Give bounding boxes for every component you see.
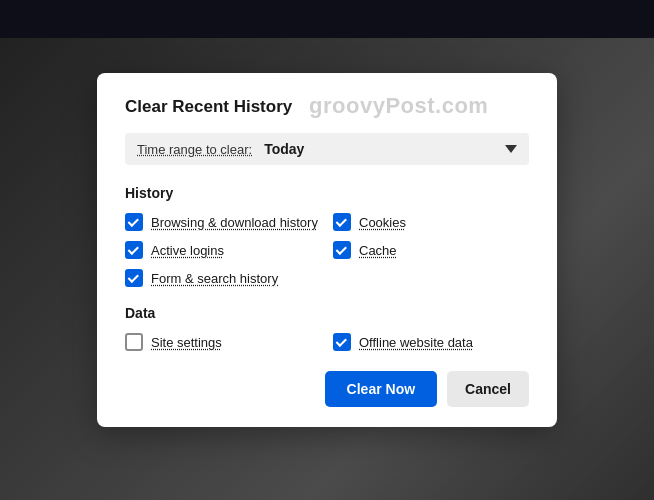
check-icon [128, 244, 139, 255]
checkbox-browsing-box[interactable] [125, 213, 143, 231]
chevron-down-icon [505, 145, 517, 153]
dialog-buttons: Clear Now Cancel [125, 371, 529, 407]
checkbox-cookies-box[interactable] [333, 213, 351, 231]
dialog-title: Clear Recent History [125, 97, 529, 117]
checkbox-site-settings-label: Site settings [151, 335, 222, 350]
clear-history-dialog: groovyPost.com Clear Recent History Time… [97, 73, 557, 427]
checkbox-site-settings-box[interactable] [125, 333, 143, 351]
checkbox-form-search[interactable]: Form & search history [125, 269, 529, 287]
checkbox-site-settings[interactable]: Site settings [125, 333, 321, 351]
checkbox-cache-box[interactable] [333, 241, 351, 259]
check-icon [336, 336, 347, 347]
history-checkboxes: Browsing & download history Cookies Acti… [125, 213, 529, 287]
checkbox-active-logins-label: Active logins [151, 243, 224, 258]
time-range-label: Time range to clear: [137, 142, 252, 157]
checkbox-cookies-label: Cookies [359, 215, 406, 230]
checkbox-form-search-box[interactable] [125, 269, 143, 287]
check-icon [128, 216, 139, 227]
checkbox-cache[interactable]: Cache [333, 241, 529, 259]
check-icon [128, 272, 139, 283]
time-range-select[interactable]: Today [264, 141, 517, 157]
checkbox-form-search-label: Form & search history [151, 271, 278, 286]
check-icon [336, 216, 347, 227]
time-range-row: Time range to clear: Today [125, 133, 529, 165]
checkbox-active-logins-box[interactable] [125, 241, 143, 259]
checkbox-offline-website-box[interactable] [333, 333, 351, 351]
clear-now-button[interactable]: Clear Now [325, 371, 437, 407]
cancel-button[interactable]: Cancel [447, 371, 529, 407]
checkbox-offline-website[interactable]: Offline website data [333, 333, 529, 351]
checkbox-browsing[interactable]: Browsing & download history [125, 213, 321, 231]
history-section-title: History [125, 185, 529, 201]
checkbox-offline-website-label: Offline website data [359, 335, 473, 350]
time-range-value: Today [264, 141, 304, 157]
checkbox-active-logins[interactable]: Active logins [125, 241, 321, 259]
checkbox-browsing-label: Browsing & download history [151, 215, 318, 230]
data-checkboxes: Site settings Offline website data [125, 333, 529, 351]
check-icon [336, 244, 347, 255]
modal-overlay: groovyPost.com Clear Recent History Time… [0, 0, 654, 500]
data-section-title: Data [125, 305, 529, 321]
checkbox-cache-label: Cache [359, 243, 397, 258]
checkbox-cookies[interactable]: Cookies [333, 213, 529, 231]
